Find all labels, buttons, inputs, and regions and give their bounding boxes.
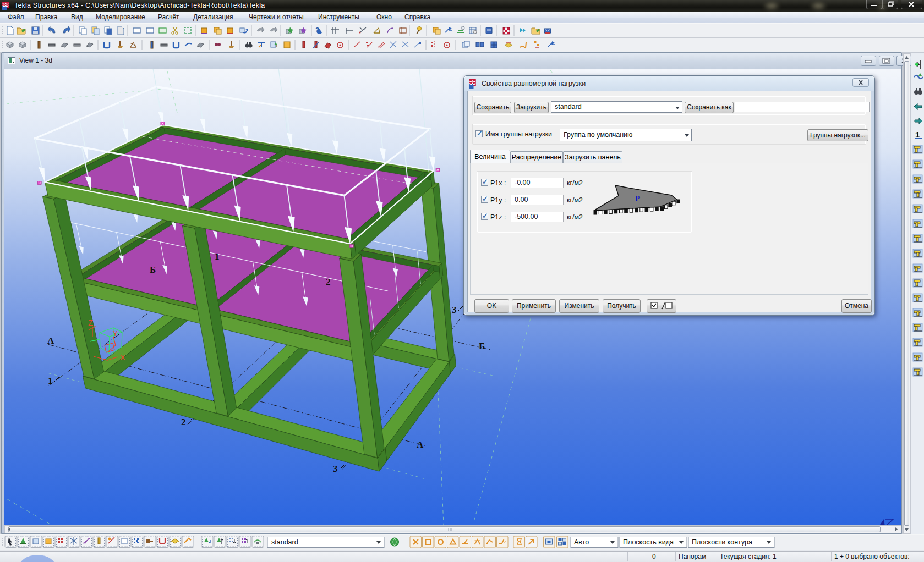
svg-text:X: X bbox=[120, 352, 125, 362]
svg-text:P: P bbox=[635, 194, 640, 203]
svg-text:А: А bbox=[47, 335, 54, 346]
svg-text:1: 1 bbox=[215, 251, 220, 262]
svg-text:standard: standard bbox=[271, 538, 298, 546]
svg-text:2: 2 bbox=[181, 417, 186, 427]
svg-text:Z: Z bbox=[88, 318, 93, 327]
svg-text:Плоскости контура: Плоскости контура bbox=[692, 538, 752, 546]
svg-text:А: А bbox=[417, 439, 424, 450]
svg-text:Y: Y bbox=[113, 329, 118, 338]
svg-text:Б: Б bbox=[150, 265, 156, 275]
svg-text:3: 3 bbox=[333, 464, 338, 474]
svg-text:Авто: Авто bbox=[574, 538, 589, 546]
svg-text:1: 1 bbox=[915, 130, 920, 139]
svg-text:Б: Б bbox=[479, 341, 485, 351]
svg-text:Плоскость вида: Плоскость вида bbox=[623, 538, 674, 546]
svg-text:2: 2 bbox=[326, 277, 331, 287]
svg-text:3: 3 bbox=[452, 305, 457, 315]
svg-text:1: 1 bbox=[48, 376, 53, 386]
